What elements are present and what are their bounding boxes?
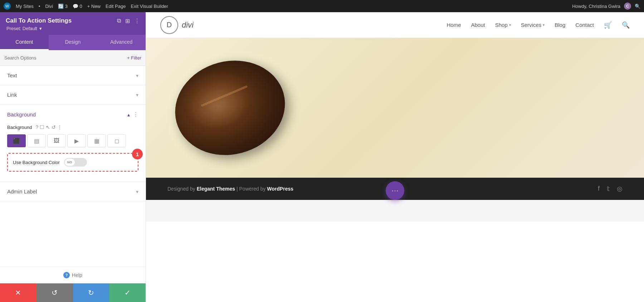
accordion-background-label: Background bbox=[7, 111, 36, 118]
bg-type-color-btn[interactable]: ⬛ bbox=[7, 134, 26, 147]
grid-icon[interactable]: ⊞ bbox=[125, 18, 130, 24]
tab-content[interactable]: Content bbox=[0, 35, 49, 50]
comments-link[interactable]: 💬 0 bbox=[73, 4, 82, 9]
admin-search-icon[interactable]: 🔍 bbox=[635, 4, 640, 9]
chevron-up-icon: ▴ bbox=[127, 112, 130, 118]
cart-icon[interactable]: 🛒 bbox=[604, 21, 612, 29]
hero-section bbox=[146, 38, 644, 178]
help-circle-icon: ? bbox=[63, 272, 70, 278]
twitter-icon[interactable]: 𝕥 bbox=[607, 185, 610, 193]
video-icon: ▶ bbox=[74, 138, 79, 144]
nav-blog[interactable]: Blog bbox=[555, 22, 565, 28]
accordion-link: Link ▾ bbox=[0, 85, 146, 105]
bread-image-container bbox=[175, 61, 286, 154]
background-row: Background ? ☐ ↖ ↺ ⋮ bbox=[7, 124, 138, 130]
settings-panel: Call To Action Settings ⧉ ⊞ ⋮ Preset: De… bbox=[0, 12, 146, 302]
preset-label: Preset: Default bbox=[6, 26, 37, 31]
search-input[interactable] bbox=[4, 55, 124, 61]
floating-action-button[interactable]: ⋯ bbox=[386, 181, 404, 200]
select-icon[interactable]: ↖ bbox=[46, 124, 50, 130]
search-icon[interactable]: 🔍 bbox=[622, 21, 630, 29]
accordion-link-label: Link bbox=[7, 92, 17, 98]
bg-type-mask-btn[interactable]: ◻ bbox=[107, 134, 126, 147]
accordion-text-header[interactable]: Text ▾ bbox=[0, 66, 146, 85]
divi-logo-letter: D bbox=[167, 21, 172, 29]
mobile-icon[interactable]: ☐ bbox=[40, 124, 44, 130]
my-sites-link[interactable]: My Sites bbox=[16, 4, 34, 9]
background-icon-row: ? ☐ ↖ ↺ ⋮ bbox=[35, 124, 62, 130]
gradient-icon: ▤ bbox=[34, 138, 39, 144]
accordion-admin-label-header[interactable]: Admin Label ▾ bbox=[0, 182, 146, 201]
background-type-icons: ⬛ ▤ 🖼 ▶ ▦ bbox=[7, 134, 138, 147]
facebook-icon[interactable]: f bbox=[598, 185, 600, 193]
accordion-link-header[interactable]: Link ▾ bbox=[0, 85, 146, 104]
accordion-background-body: Background ? ☐ ↖ ↺ ⋮ ⬛ bbox=[0, 124, 146, 182]
panel-footer: ✕ ↺ ↻ ✓ bbox=[0, 283, 146, 302]
wordpress-icon[interactable]: W bbox=[4, 3, 11, 10]
accordion-text: Text ▾ bbox=[0, 66, 146, 85]
use-bg-color-box: Use Background Color NO 1 bbox=[7, 153, 138, 172]
chevron-down-icon: ▾ bbox=[136, 73, 138, 78]
preset-arrow-icon: ▾ bbox=[39, 26, 42, 31]
help-icon[interactable]: ? bbox=[35, 124, 38, 130]
nav-home[interactable]: Home bbox=[447, 22, 461, 28]
exit-builder-link[interactable]: Exit Visual Builder bbox=[131, 4, 168, 9]
redo-button[interactable]: ↻ bbox=[73, 283, 109, 302]
bg-type-video-btn[interactable]: ▶ bbox=[67, 134, 86, 147]
accordion-text-label: Text bbox=[7, 72, 17, 78]
copy-icon[interactable]: ⧉ bbox=[117, 18, 121, 24]
admin-bar-left: W My Sites • Divi 🔄 3 💬 0 + New Edit Pag… bbox=[4, 3, 567, 10]
background-options-icon[interactable]: ⋮ bbox=[133, 111, 138, 118]
nav-services[interactable]: Services ▾ bbox=[521, 22, 545, 28]
undo-button[interactable]: ↺ bbox=[36, 283, 73, 302]
panel-header-icons: ⧉ ⊞ ⋮ bbox=[117, 18, 140, 24]
divi-navbar: D divi Home About Shop ▾ Services ▾ Blog… bbox=[146, 12, 644, 38]
help-row[interactable]: ? Help bbox=[0, 267, 146, 283]
image-icon: 🖼 bbox=[54, 138, 59, 144]
nav-shop[interactable]: Shop ▾ bbox=[495, 22, 511, 28]
search-row: + Filter bbox=[0, 50, 146, 66]
bg-type-image-btn[interactable]: 🖼 bbox=[47, 134, 66, 147]
chevron-down-icon: ▾ bbox=[136, 92, 138, 98]
cancel-button[interactable]: ✕ bbox=[0, 283, 36, 302]
below-footer-area: ⋯ bbox=[146, 200, 644, 221]
separator: • bbox=[39, 4, 40, 9]
accordion-admin-label: Admin Label ▾ bbox=[0, 182, 146, 201]
more-options-icon[interactable]: ⋮ bbox=[57, 124, 62, 130]
accordion-background-header[interactable]: Background ▴ ⋮ bbox=[0, 105, 146, 124]
tab-design[interactable]: Design bbox=[49, 35, 97, 50]
edit-page-link[interactable]: Edit Page bbox=[106, 4, 126, 9]
services-dropdown-icon: ▾ bbox=[543, 23, 545, 27]
nav-about[interactable]: About bbox=[471, 22, 485, 28]
accordion-background: Background ▴ ⋮ Background ? ☐ ↖ bbox=[0, 105, 146, 182]
tab-advanced[interactable]: Advanced bbox=[97, 35, 146, 50]
admin-bar-right: Howdy, Christina Gwira C 🔍 bbox=[572, 3, 640, 10]
bread-texture bbox=[177, 63, 261, 136]
panel-header: Call To Action Settings ⧉ ⊞ ⋮ Preset: De… bbox=[0, 12, 146, 35]
preview-content: Designed by Elegant Themes | Powered by … bbox=[146, 38, 644, 302]
elegant-themes-link[interactable]: Elegant Themes bbox=[197, 186, 235, 192]
preset-selector[interactable]: Preset: Default ▾ bbox=[6, 26, 140, 31]
more-icon[interactable]: ⋮ bbox=[134, 18, 140, 24]
filter-button[interactable]: + Filter bbox=[127, 55, 141, 61]
footer-social: f 𝕥 ◎ bbox=[598, 185, 623, 193]
wordpress-link[interactable]: WordPress bbox=[267, 186, 293, 192]
divi-link[interactable]: Divi bbox=[45, 4, 53, 9]
accordion-admin-label-text: Admin Label bbox=[7, 188, 37, 195]
panel-tabs: Content Design Advanced bbox=[0, 35, 146, 50]
new-link[interactable]: + New bbox=[87, 4, 101, 9]
use-bg-color-toggle[interactable]: NO bbox=[64, 158, 87, 167]
bg-type-pattern-btn[interactable]: ▦ bbox=[87, 134, 106, 147]
nav-contact[interactable]: Contact bbox=[575, 22, 594, 28]
accordion-background-header-right: ▴ ⋮ bbox=[127, 111, 138, 118]
instagram-icon[interactable]: ◎ bbox=[617, 185, 623, 193]
bg-type-gradient-btn[interactable]: ▤ bbox=[27, 134, 46, 147]
divi-logo: D divi bbox=[160, 16, 194, 34]
user-avatar[interactable]: C bbox=[624, 3, 631, 10]
save-button[interactable]: ✓ bbox=[109, 283, 146, 302]
reset-icon[interactable]: ↺ bbox=[52, 124, 56, 130]
panel-title: Call To Action Settings bbox=[6, 17, 72, 24]
accordion-background-header-left: Background bbox=[7, 111, 36, 118]
user-greeting: Howdy, Christina Gwira bbox=[572, 4, 620, 9]
shop-dropdown-icon: ▾ bbox=[509, 23, 511, 27]
